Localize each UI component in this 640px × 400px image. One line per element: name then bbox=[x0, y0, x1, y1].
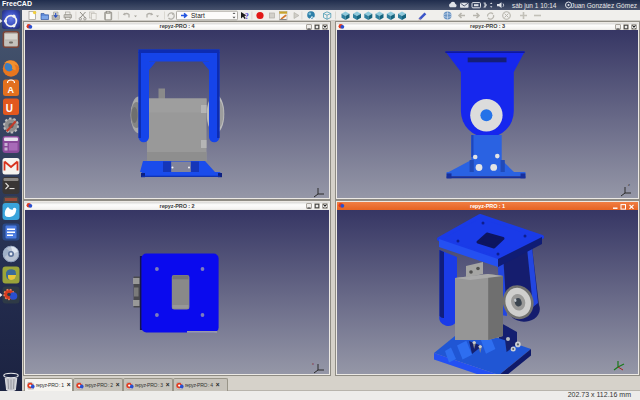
svg-text:Start: Start bbox=[191, 12, 205, 19]
svg-text:A: A bbox=[8, 85, 15, 95]
svg-text:?: ? bbox=[245, 12, 249, 21]
svg-text:x: x bbox=[312, 361, 314, 366]
svg-text:z: z bbox=[628, 182, 630, 187]
svg-text:U: U bbox=[6, 103, 13, 114]
